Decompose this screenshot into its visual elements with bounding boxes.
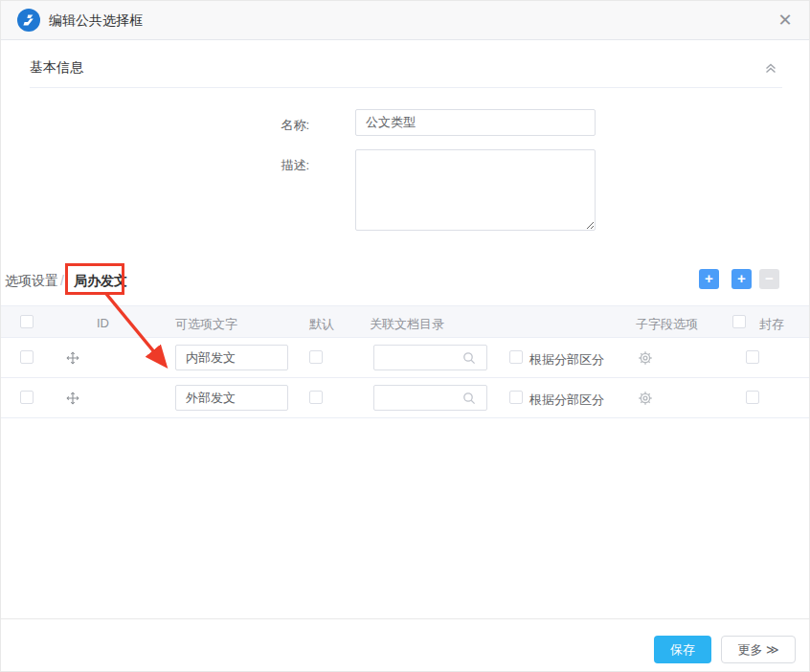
- dialog-titlebar: 编辑公共选择框 ✕: [1, 1, 809, 40]
- section-divider: [30, 87, 782, 88]
- col-header-seal: 封存: [759, 316, 784, 333]
- add-row-button[interactable]: +: [731, 269, 752, 289]
- select-all-checkbox[interactable]: [20, 315, 34, 328]
- col-header-option-text: 可选项文字: [175, 316, 237, 333]
- seal-checkbox[interactable]: [746, 391, 759, 404]
- col-header-id: ID: [97, 316, 109, 330]
- gear-icon[interactable]: [638, 391, 653, 406]
- drag-handle-icon[interactable]: [65, 391, 80, 406]
- edit-dialog: 编辑公共选择框 ✕ 基本信息 名称: 描述: 选项设置 / 局办发文 + + −…: [0, 0, 810, 672]
- name-label: 名称:: [240, 117, 309, 134]
- drag-handle-icon[interactable]: [65, 350, 80, 366]
- more-button[interactable]: 更多 ≫: [721, 636, 796, 663]
- breadcrumb-separator: /: [60, 273, 64, 288]
- table-row: 根据分部区分: [1, 338, 810, 378]
- add-copy-button[interactable]: +: [699, 269, 719, 289]
- branch-distinguish-checkbox[interactable]: [509, 391, 523, 404]
- option-text-input[interactable]: [175, 345, 288, 370]
- description-label: 描述:: [240, 157, 309, 174]
- dialog-logo-icon: [17, 9, 40, 32]
- remove-row-button[interactable]: −: [759, 269, 779, 289]
- col-header-subfield: 子字段选项: [636, 316, 698, 333]
- doc-dir-search-input[interactable]: [373, 385, 487, 411]
- basic-info-title: 基本信息: [30, 59, 83, 77]
- collapse-section-icon[interactable]: [763, 60, 778, 76]
- col-header-default: 默认: [309, 316, 334, 333]
- row-select-checkbox[interactable]: [20, 391, 34, 404]
- branch-distinguish-label: 根据分部区分: [529, 351, 604, 369]
- tab-option-settings[interactable]: 选项设置: [5, 273, 58, 290]
- description-textarea[interactable]: [355, 149, 596, 231]
- save-button[interactable]: 保存: [654, 636, 711, 663]
- table-row: 根据分部区分: [1, 378, 810, 418]
- name-input[interactable]: [355, 109, 596, 136]
- branch-distinguish-label: 根据分部区分: [529, 392, 604, 409]
- seal-all-checkbox[interactable]: [732, 315, 746, 328]
- branch-distinguish-checkbox[interactable]: [509, 350, 523, 364]
- default-checkbox[interactable]: [309, 350, 323, 364]
- default-checkbox[interactable]: [309, 391, 323, 404]
- close-icon[interactable]: ✕: [776, 11, 795, 30]
- tab-current-option-group[interactable]: 局办发文: [74, 273, 127, 290]
- option-text-input[interactable]: [175, 385, 288, 411]
- gear-icon[interactable]: [638, 350, 653, 366]
- doc-dir-search-input[interactable]: [373, 345, 487, 370]
- dialog-title: 编辑公共选择框: [49, 1, 143, 40]
- seal-checkbox[interactable]: [746, 350, 759, 364]
- col-header-doc-dir: 关联文档目录: [370, 316, 444, 333]
- table-header: ID 可选项文字 默认 关联文档目录 子字段选项 封存: [1, 305, 810, 338]
- footer-divider: [1, 618, 810, 619]
- row-select-checkbox[interactable]: [20, 350, 34, 364]
